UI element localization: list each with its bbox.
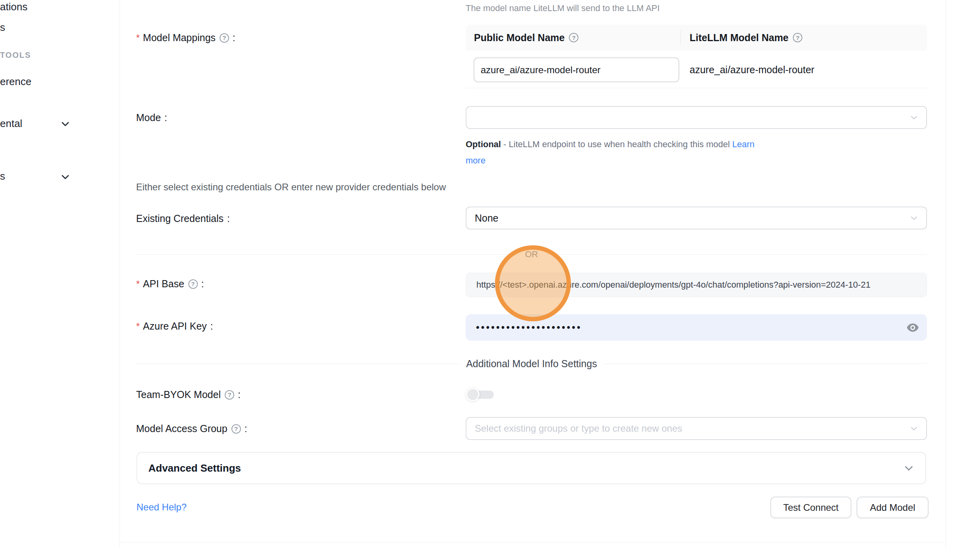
help-question-icon[interactable]: [569, 33, 578, 42]
advanced-settings-panel[interactable]: Advanced Settings: [136, 452, 926, 484]
eye-icon[interactable]: [906, 322, 919, 333]
help-question-icon[interactable]: [220, 33, 229, 43]
chevron-down-icon: [60, 172, 70, 184]
sidebar-section-tools: TOOLS: [0, 51, 31, 60]
credentials-note: Either select existing credentials OR en…: [136, 182, 446, 193]
chevron-down-icon: [910, 214, 918, 222]
panel-left-divider: [119, 0, 120, 548]
chevron-down-icon: [910, 113, 918, 122]
public-model-name-input[interactable]: [474, 57, 679, 82]
help-question-icon[interactable]: [188, 279, 198, 289]
table-row-divider: [466, 88, 927, 88]
panel-right-divider: [946, 0, 946, 548]
chevron-down-icon: [903, 463, 914, 474]
help-question-icon[interactable]: [793, 33, 802, 42]
need-help-link[interactable]: Need Help?: [136, 502, 187, 513]
model-mappings-table-header: Public Model Name LiteLLM Model Name: [466, 25, 927, 51]
help-question-icon[interactable]: [225, 390, 234, 400]
help-question-icon[interactable]: [231, 424, 241, 434]
team-byok-toggle[interactable]: [466, 388, 494, 401]
public-model-name-column-header: Public Model Name: [466, 25, 681, 51]
sidebar-item-experimental[interactable]: ental: [0, 118, 22, 130]
team-byok-label: Team-BYOK Model :: [136, 389, 241, 400]
api-base-label: * API Base :: [136, 278, 204, 290]
sidebar: ations s TOOLS erence ental s: [0, 0, 119, 548]
azure-api-key-label: * Azure API Key :: [136, 320, 213, 332]
chevron-down-icon: [60, 119, 70, 131]
required-asterisk: *: [136, 321, 140, 332]
model-name-helper-text: The model name LiteLLM will send to the …: [466, 3, 660, 13]
additional-settings-divider: Additional Model Info Settings: [136, 358, 927, 370]
masked-password-dots: •••••••••••••••••••••: [476, 322, 582, 333]
select-placeholder: Select existing groups or type to create…: [475, 423, 682, 434]
test-connect-button[interactable]: Test Connect: [770, 497, 851, 518]
litellm-model-name-value: azure_ai/azure-model-router: [690, 57, 814, 82]
sidebar-item-inference[interactable]: erence: [0, 76, 32, 88]
add-model-button[interactable]: Add Model: [857, 497, 929, 518]
mode-select[interactable]: [466, 106, 927, 129]
panel-bottom-divider: [120, 542, 946, 542]
or-divider: OR: [136, 249, 927, 260]
chevron-down-icon: [910, 424, 918, 433]
existing-credentials-select[interactable]: None: [466, 207, 927, 229]
model-access-group-label: Model Access Group :: [136, 423, 247, 434]
existing-credentials-label: Existing Credentials :: [136, 213, 230, 224]
azure-api-key-input[interactable]: •••••••••••••••••••••: [466, 314, 927, 341]
sidebar-item-models[interactable]: s: [0, 21, 5, 34]
sidebar-item-integrations[interactable]: ations: [0, 1, 27, 13]
api-base-input[interactable]: https://<test>.openai.azure.com/openai/d…: [466, 273, 927, 297]
litellm-model-name-column-header: LiteLLM Model Name: [681, 25, 927, 51]
required-asterisk: *: [136, 32, 140, 44]
toggle-knob: [466, 388, 480, 401]
model-access-group-select[interactable]: Select existing groups or type to create…: [466, 417, 927, 440]
mode-helper-text: Optional - LiteLLM endpoint to use when …: [466, 136, 800, 169]
model-mappings-label: * Model Mappings :: [136, 32, 235, 44]
add-model-page: ations s TOOLS erence ental s The model …: [0, 0, 980, 548]
sidebar-item-settings[interactable]: s: [0, 170, 5, 182]
required-asterisk: *: [136, 279, 140, 290]
mode-label: Mode :: [136, 112, 167, 123]
